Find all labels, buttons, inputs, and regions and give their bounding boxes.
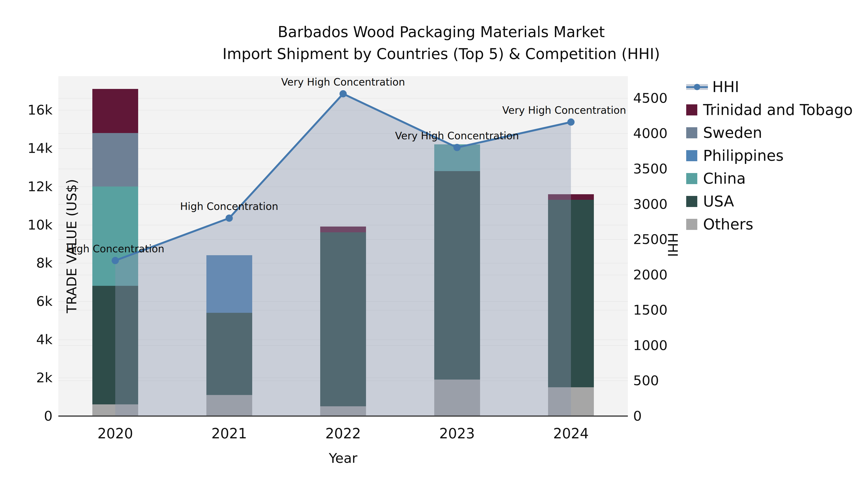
hhi-line-legend-icon: [686, 82, 708, 93]
annotation-2021: High Concentration: [138, 200, 321, 213]
legend-swatch-sweden: [686, 127, 697, 138]
annotation-2022: Very High Concentration: [251, 76, 435, 89]
legend-item-trinidad-and-tobago: Trinidad and Tobago: [686, 102, 853, 117]
y-right-tick-4000: 4000: [633, 125, 668, 141]
x-axis-title: Year: [329, 450, 358, 466]
x-tick-2024: 2024: [523, 425, 619, 442]
y-left-tick-10k: 10k: [2, 217, 53, 233]
y-right-tick-1000: 1000: [633, 337, 668, 354]
y-right-tick-3500: 3500: [633, 161, 668, 177]
legend-item-hhi: HHI: [686, 79, 853, 94]
y-right-tick-4500: 4500: [633, 90, 668, 106]
figure-canvas: High ConcentrationHigh ConcentrationVery…: [0, 0, 868, 488]
legend-swatch-china: [686, 173, 697, 184]
legend-item-usa: USA: [686, 194, 853, 209]
y-left-tick-6k: 6k: [2, 293, 53, 310]
hhi-marker-2021: [226, 215, 233, 222]
legend-label: Others: [703, 217, 753, 232]
legend-swatch-others: [686, 219, 697, 230]
legend-item-others: Others: [686, 217, 853, 232]
legend-label: China: [703, 171, 746, 186]
y-left-tick-16k: 16k: [2, 102, 53, 118]
y-left-tick-8k: 8k: [2, 255, 53, 271]
legend: HHITrinidad and TobagoSwedenPhilippinesC…: [686, 79, 853, 232]
legend-item-sweden: Sweden: [686, 125, 853, 140]
annotation-2024: Very High Concentration: [472, 104, 656, 117]
legend-label: HHI: [712, 79, 739, 94]
y-left-tick-4k: 4k: [2, 331, 53, 348]
y-right-tick-2000: 2000: [633, 266, 668, 283]
y-right-tick-1500: 1500: [633, 302, 668, 318]
hhi-marker-2022: [340, 90, 347, 97]
annotation-2020: High Concentration: [24, 243, 207, 255]
x-tick-2023: 2023: [409, 425, 505, 442]
chart-title-line1: Barbados Wood Packaging Materials Market: [278, 23, 605, 41]
annotation-2023: Very High Concentration: [366, 130, 549, 142]
y-right-tick-3000: 3000: [633, 196, 668, 212]
legend-label: Sweden: [703, 125, 762, 140]
y-left-tick-14k: 14k: [2, 140, 53, 156]
y-left-tick-2k: 2k: [2, 369, 53, 386]
y-left-tick-0: 0: [2, 408, 53, 424]
chart-title-line2: Import Shipment by Countries (Top 5) & C…: [222, 45, 660, 63]
y-left-tick-12k: 12k: [2, 178, 53, 195]
x-tick-2020: 2020: [67, 425, 163, 442]
hhi-marker-2023: [454, 144, 461, 151]
hhi-marker-2024: [567, 118, 575, 126]
legend-item-philippines: Philippines: [686, 148, 853, 163]
legend-label: USA: [703, 194, 734, 209]
x-tick-2021: 2021: [181, 425, 278, 442]
legend-label: Trinidad and Tobago: [703, 102, 853, 117]
x-tick-2022: 2022: [295, 425, 391, 442]
y-right-tick-500: 500: [633, 372, 659, 389]
legend-swatch-trinidad-and-tobago: [686, 104, 697, 116]
y-right-tick-0: 0: [633, 408, 642, 424]
y-right-axis-title: HHI: [665, 233, 681, 257]
legend-swatch-philippines: [686, 150, 697, 161]
hhi-marker-2020: [112, 257, 119, 264]
y-right-tick-2500: 2500: [633, 231, 668, 248]
legend-swatch-usa: [686, 196, 697, 207]
y-left-axis-title: TRADE VALUE (US$): [64, 179, 79, 313]
legend-item-china: China: [686, 171, 853, 186]
legend-label: Philippines: [703, 148, 784, 163]
x-axis-line: [58, 416, 628, 417]
